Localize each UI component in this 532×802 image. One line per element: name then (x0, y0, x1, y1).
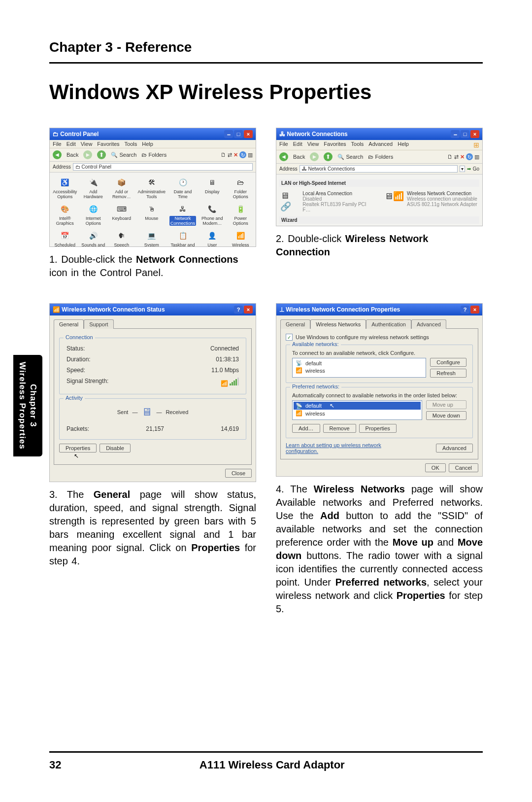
tab-support[interactable]: Support (84, 319, 114, 329)
menu-bar: FileEditViewFavoritesToolsHelp (50, 140, 256, 148)
side-tab: Chapter 3Wireless Properties (13, 355, 42, 456)
taskbar-icon[interactable]: 📋Taskbar and Start Menu (169, 230, 196, 247)
wireless-link-icon[interactable]: 📶Wireless Link (229, 230, 253, 247)
admin-tools-icon[interactable]: 🛠Administrative Tools (137, 176, 166, 199)
use-windows-checkbox[interactable]: ✓ (286, 334, 293, 341)
control-panel-icons: ♿Accessibility Options 🔌Add Hardware 📦Ad… (50, 173, 256, 247)
keyboard-icon[interactable]: ⌨Keyboard (109, 203, 133, 226)
status-dialog-screenshot: 📶 Wireless Network Connection Status?× G… (49, 303, 256, 482)
page-title: Windows XP Wireless Properties (49, 80, 483, 104)
dialog-title: ⊥ Wireless Network Connection Properties (279, 306, 400, 313)
power-options-icon[interactable]: 🔋Power Options (229, 203, 253, 226)
chapter-heading: Chapter 3 - Reference (49, 39, 483, 64)
close-icon: × (470, 306, 479, 314)
lan-group: LAN or High-Speed Internet (279, 179, 479, 187)
advanced-button[interactable]: Advanced (436, 444, 473, 453)
cursor-icon: ↖ (330, 402, 334, 409)
address-field[interactable]: 🖧 Network Connections (299, 165, 458, 173)
wizard-group: Wizard (279, 216, 479, 224)
activity-icon: 🖥 (141, 406, 152, 418)
preferred-networks-list[interactable]: 📡default↖ 📶wireless (292, 400, 422, 420)
date-time-icon[interactable]: 🕐Date and Time (169, 176, 196, 199)
wlan-connection[interactable]: 🖥📶Wireless Network ConnectionWireless co… (384, 191, 478, 212)
network-connections-screenshot: 🖧 Network Connections‒□× FileEditViewFav… (276, 128, 483, 226)
properties-button[interactable]: Properties (359, 424, 397, 433)
signal-strength-icon: 📶 (221, 378, 239, 387)
system-icon[interactable]: 💻System (137, 230, 166, 247)
refresh-button[interactable]: Refresh (430, 369, 466, 378)
maximize-icon: □ (234, 130, 243, 138)
dialog-title: 📶 Wireless Network Connection Status (53, 306, 165, 313)
window-title: 🗀 Control Panel (53, 131, 99, 138)
available-networks-list[interactable]: 📡default 📶wireless (292, 358, 426, 378)
internet-options-icon[interactable]: 🌐Internet Options (81, 203, 105, 226)
add-button[interactable]: Add… (292, 424, 320, 433)
ok-button[interactable]: OK (425, 463, 446, 472)
toolbar: ◄Back►⬆🔍 Search🗁 Folders🗋 ⇄ ✕ ↻ ▥ (276, 150, 482, 164)
minimize-icon: ‒ (224, 130, 233, 138)
properties-button[interactable]: Properties (59, 444, 97, 453)
close-icon: × (470, 130, 479, 138)
tab-general[interactable]: General (54, 319, 84, 329)
address-label: Address (53, 164, 71, 170)
add-remove-icon[interactable]: 📦Add or Remov… (109, 176, 133, 199)
minimize-icon: ‒ (451, 130, 460, 138)
display-icon[interactable]: 🖥Display (200, 176, 224, 199)
product-name: A111 Wireless Card Adaptor (200, 759, 345, 771)
address-field[interactable]: 🗀 Control Panel (73, 163, 253, 171)
learn-link[interactable]: Learn about setting up wireless network … (286, 442, 399, 454)
add-hardware-icon[interactable]: 🔌Add Hardware (81, 176, 105, 199)
close-button[interactable]: Close (225, 469, 252, 478)
control-panel-screenshot: 🗀 Control Panel‒□× FileEditViewFavorites… (49, 128, 256, 247)
page-number: 32 (49, 759, 61, 771)
disable-button[interactable]: Disable (100, 444, 131, 453)
close-icon: × (244, 306, 253, 314)
close-icon: × (244, 130, 253, 138)
move-up-button[interactable]: Move up (426, 400, 466, 409)
tab-authentication[interactable]: Authentication (366, 319, 411, 329)
move-down-button[interactable]: Move down (426, 411, 466, 420)
menu-bar: FileEditViewFavoritesToolsAdvancedHelp⊞ (276, 140, 482, 150)
folder-options-icon[interactable]: 🗁Folder Options (229, 176, 253, 199)
network-connections-icon[interactable]: 🖧Network Connections (169, 203, 196, 226)
toolbar: ◄Back ► ⬆ 🔍 Search 🗁 Folders 🗋 ⇄ ✕ ↻ ▥ (50, 148, 256, 162)
remove-button[interactable]: Remove (323, 424, 356, 433)
mouse-icon[interactable]: 🖱Mouse (137, 203, 166, 226)
accessibility-icon[interactable]: ♿Accessibility Options (53, 176, 77, 199)
window-title: 🖧 Network Connections (279, 131, 348, 138)
phone-modem-icon[interactable]: 📞Phone and Modem… (200, 203, 224, 226)
help-icon: ? (234, 306, 243, 314)
step-3: 3. The General page will show status, du… (49, 488, 256, 568)
step-1: 1. Double-click the Network Connections … (49, 253, 256, 279)
cursor-icon: ↖ (74, 453, 79, 459)
back-icon[interactable]: ◄ (279, 152, 288, 161)
step-4: 4. The Wireless Networks page will show … (276, 483, 483, 616)
configure-button[interactable]: Configure (430, 358, 466, 367)
tab-general[interactable]: General (280, 319, 310, 329)
up-icon[interactable]: ⬆ (97, 150, 106, 159)
lan-connection[interactable]: 🖥🔗Local Area ConnectionDisabledRealtek R… (280, 191, 374, 212)
help-icon: ? (461, 306, 469, 314)
user-accounts-icon[interactable]: 👤User Accounts (200, 230, 224, 247)
properties-dialog-screenshot: ⊥ Wireless Network Connection Properties… (276, 303, 483, 477)
cancel-button[interactable]: Cancel (449, 463, 478, 472)
back-icon[interactable]: ◄ (53, 150, 62, 159)
tab-advanced[interactable]: Advanced (411, 319, 446, 329)
speech-icon[interactable]: 🗣Speech (109, 230, 133, 247)
scheduled-tasks-icon[interactable]: 📅Scheduled Tasks (53, 230, 77, 247)
forward-icon[interactable]: ► (83, 150, 92, 159)
page-footer: 32 A111 Wireless Card Adaptor (49, 751, 483, 771)
maximize-icon: □ (461, 130, 469, 138)
step-2: 2. Double-click Wireless Network Connect… (276, 232, 483, 259)
tab-wireless-networks[interactable]: Wireless Networks (310, 319, 366, 329)
graphics-icon[interactable]: 🎨Intel® Graphics (53, 203, 77, 226)
sounds-icon[interactable]: 🔊Sounds and Audio Devices (81, 230, 105, 247)
